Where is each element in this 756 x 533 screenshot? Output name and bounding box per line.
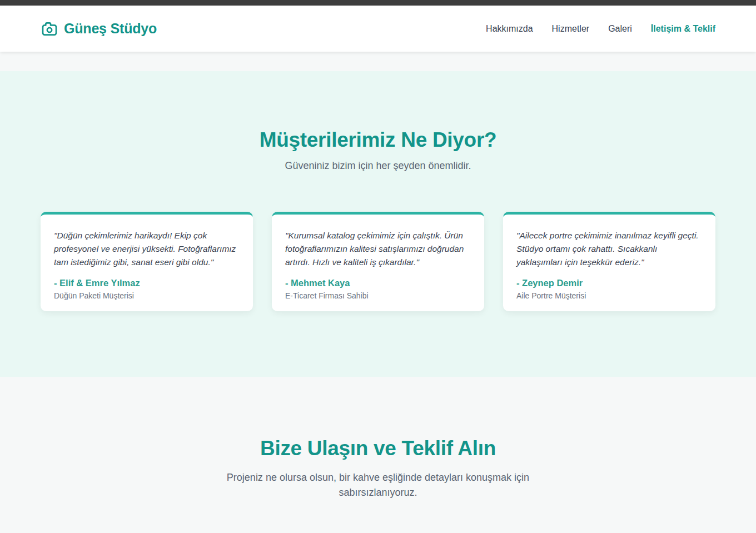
contact-section: Bize Ulaşın ve Teklif Alın Projeniz ne o…	[0, 377, 756, 500]
customer-name: - Elif & Emre Yılmaz	[54, 278, 240, 288]
testimonial-cards: "Düğün çekimlerimiz harikaydı! Ekip çok …	[41, 212, 715, 311]
testimonials-section: Müşterilerimiz Ne Diyor? Güveniniz bizim…	[0, 71, 756, 377]
nav-link-iletisim-teklif[interactable]: İletişim & Teklif	[651, 24, 715, 34]
window-top-bar	[0, 0, 756, 6]
testimonial-quote: "Düğün çekimlerimiz harikaydı! Ekip çok …	[54, 229, 240, 269]
contact-title: Bize Ulaşın ve Teklif Alın	[0, 437, 756, 460]
logo[interactable]: Güneş Stüdyo	[41, 20, 157, 38]
customer-role: Aile Portre Müşterisi	[516, 291, 702, 300]
testimonials-subtitle: Güveniniz bizim için her şeyden önemlidi…	[0, 160, 756, 172]
testimonial-quote: "Ailecek portre çekimimiz inanılmaz keyi…	[516, 229, 702, 269]
nav-link-hizmetler[interactable]: Hizmetler	[552, 24, 590, 34]
site-header: Güneş Stüdyo Hakkımızda Hizmetler Galeri…	[0, 6, 756, 52]
camera-icon	[41, 20, 58, 38]
header-container: Güneş Stüdyo Hakkımızda Hizmetler Galeri…	[41, 6, 715, 52]
customer-role: Düğün Paketi Müşterisi	[54, 291, 240, 300]
nav-link-galeri[interactable]: Galeri	[608, 24, 632, 34]
customer-name: - Zeynep Demir	[516, 278, 702, 288]
testimonial-quote: "Kurumsal katalog çekimimiz için çalıştı…	[285, 229, 471, 269]
customer-name: - Mehmet Kaya	[285, 278, 471, 288]
testimonials-title: Müşterilerimiz Ne Diyor?	[0, 128, 756, 152]
nav-link-hakkimizda[interactable]: Hakkımızda	[486, 24, 533, 34]
main-nav: Hakkımızda Hizmetler Galeri İletişim & T…	[486, 24, 715, 34]
testimonial-card: "Kurumsal katalog çekimimiz için çalıştı…	[272, 212, 484, 311]
testimonial-card: "Düğün çekimlerimiz harikaydı! Ekip çok …	[41, 212, 253, 311]
logo-text: Güneş Stüdyo	[64, 21, 157, 37]
contact-subtitle: Projeniz ne olursa olsun, bir kahve eşli…	[211, 470, 545, 500]
testimonial-card: "Ailecek portre çekimimiz inanılmaz keyi…	[503, 212, 715, 311]
customer-role: E-Ticaret Firması Sahibi	[285, 291, 471, 300]
